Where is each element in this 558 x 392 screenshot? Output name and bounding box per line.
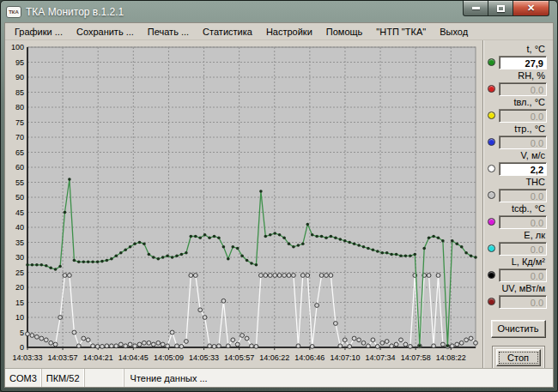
x-tick-label: 14:04:45: [118, 353, 149, 362]
led-e-icon: [488, 244, 495, 252]
menu-item-print[interactable]: Печать ...: [141, 26, 196, 38]
y-tick-label: 5: [20, 329, 24, 337]
reading-field-twet: 0.0: [499, 109, 547, 123]
reading-field-e: 0.0: [499, 242, 547, 256]
y-tick-label: 70: [15, 133, 24, 142]
reading-field-rh: 0.0: [499, 82, 547, 96]
reading-label: ТНС: [483, 177, 553, 188]
reading-ttr: tтр., °C 0.0: [483, 124, 553, 149]
led-twet-icon: [488, 112, 495, 119]
x-tick-label: 14:03:33: [12, 353, 42, 362]
reading-rh: RH, % 0.0: [483, 70, 553, 96]
led-tsf-icon: [488, 218, 495, 226]
reading-label: t, °C: [483, 44, 553, 55]
y-tick-label: 40: [15, 223, 24, 232]
menu-item-save[interactable]: Сохранить ...: [70, 26, 141, 38]
y-tick-label: 20: [15, 283, 24, 292]
reading-field-t: 27,9: [499, 56, 547, 69]
y-tick-label: 55: [15, 178, 24, 187]
app-window: ТКА ТКА Монитор в.1.2.1 ✕ Графики ... Со…: [0, 0, 558, 392]
reading-label: Е, лк: [483, 230, 553, 241]
reading-uv: UV, мВт/м 0.0: [483, 283, 553, 309]
y-tick-label: 25: [15, 268, 24, 277]
status-empty: [85, 369, 124, 387]
reading-e: Е, лк 0.0: [483, 230, 553, 256]
x-tick-label: 14:06:22: [259, 353, 289, 362]
reading-tsf: tсф., °C 0.0: [483, 203, 553, 229]
maximize-button[interactable]: [488, 1, 513, 16]
menu-item-help[interactable]: Помощь: [319, 26, 370, 38]
close-button[interactable]: ✕: [513, 1, 549, 16]
led-tns-icon: [488, 191, 495, 199]
menu-item-exit[interactable]: Выход: [433, 26, 475, 38]
y-tick-label: 50: [15, 193, 24, 202]
led-t-icon: [488, 58, 495, 66]
clear-button[interactable]: Очистить: [491, 320, 546, 338]
y-tick-label: 60: [15, 163, 24, 172]
minimize-icon: [472, 7, 480, 9]
menu-item-statistics[interactable]: Статистика: [196, 26, 259, 38]
x-tick-label: 14:08:22: [436, 353, 466, 362]
reading-twet: tвл., °C 0.0: [483, 97, 553, 123]
y-tick-label: 0: [20, 343, 24, 352]
status-com-port: COM3: [5, 369, 42, 387]
reading-field-l: 0.0: [499, 268, 547, 282]
x-tick-label: 14:06:46: [294, 353, 324, 362]
readings-panel: t, °C 27,9 RH, % 0.0 tвл., °C 0.0 tтр., …: [482, 40, 553, 368]
status-message: Чтение данных ...: [124, 369, 553, 387]
led-uv-icon: [488, 298, 495, 305]
y-tick-label: 80: [15, 103, 24, 112]
stop-button-frame: Стоп: [492, 346, 545, 370]
y-tick-label: 90: [15, 73, 24, 81]
y-tick-label: 35: [15, 238, 24, 247]
menu-bar: Графики ... Сохранить ... Печать ... Ста…: [5, 23, 553, 40]
x-tick-label: 14:04:21: [83, 353, 113, 362]
reading-label: tсф., °C: [483, 203, 553, 214]
y-tick-label: 95: [15, 58, 24, 67]
button-zone: Очистить Стоп: [483, 320, 553, 370]
minimize-button[interactable]: [463, 1, 488, 16]
x-tick-label: 14:05:09: [154, 353, 184, 362]
maximize-icon: [497, 5, 505, 12]
window-controls: ✕: [463, 1, 549, 16]
reading-label: RH, %: [483, 70, 553, 81]
x-tick-label: 14:07:58: [401, 353, 431, 362]
menu-item-graphs[interactable]: Графики ...: [8, 26, 70, 38]
y-tick-label: 75: [15, 118, 24, 127]
led-l-icon: [488, 271, 495, 279]
led-ttr-icon: [488, 138, 495, 146]
y-tick-label: 45: [15, 208, 24, 217]
reading-field-tns: 0.0: [499, 189, 547, 202]
reading-field-uv: 0.0: [499, 295, 547, 309]
x-tick-label: 14:07:34: [366, 353, 396, 362]
title-bar: ТКА ТКА Монитор в.1.2.1: [6, 2, 454, 21]
menu-item-ntp-tka[interactable]: "НТП "ТКА": [369, 26, 433, 38]
y-tick-label: 10: [15, 313, 24, 322]
x-tick-label: 14:07:10: [330, 353, 360, 362]
close-icon: ✕: [527, 3, 535, 13]
reading-label: L, Кд/м²: [483, 256, 553, 268]
window-title: ТКА Монитор в.1.2.1: [26, 6, 124, 18]
chart-canvas: 0510152025303540455055606570758085909510…: [5, 40, 482, 368]
main-area: 0510152025303540455055606570758085909510…: [5, 40, 553, 368]
reading-label: UV, мВт/м: [483, 283, 553, 294]
status-bar: COM3 ПКМ/52 Чтение данных ...: [5, 368, 553, 387]
app-icon: ТКА: [6, 6, 21, 18]
reading-label: tвл., °C: [483, 97, 553, 108]
y-tick-label: 15: [15, 299, 24, 307]
x-tick-label: 14:05:33: [189, 353, 219, 362]
reading-v: V, м/с 2,2: [483, 150, 553, 176]
client-area: Графики ... Сохранить ... Печать ... Ста…: [4, 22, 554, 388]
status-device: ПКМ/52: [42, 369, 85, 387]
reading-field-tsf: 0.0: [499, 215, 547, 229]
menu-item-settings[interactable]: Настройки: [259, 26, 319, 38]
chart-area: 0510152025303540455055606570758085909510…: [5, 40, 482, 368]
y-tick-label: 100: [11, 43, 24, 51]
reading-tns: ТНС 0.0: [483, 177, 553, 202]
reading-field-ttr: 0.0: [499, 136, 547, 149]
y-tick-label: 30: [15, 253, 24, 262]
led-rh-icon: [488, 85, 495, 93]
stop-button[interactable]: Стоп: [496, 349, 541, 366]
led-v-icon: [488, 165, 495, 172]
reading-l: L, Кд/м² 0.0: [483, 256, 553, 282]
